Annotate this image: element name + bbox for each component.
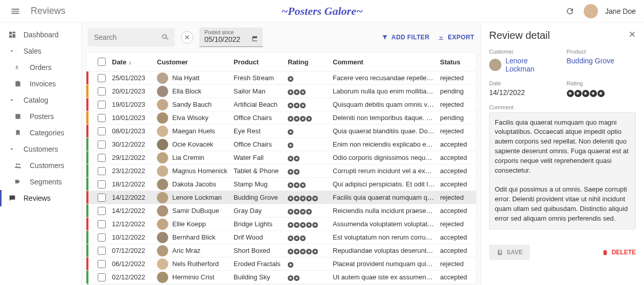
row-product: Building Sky [234,273,288,281]
star-icon: ★ [294,116,300,122]
user-avatar[interactable] [584,4,598,18]
row-checkbox[interactable] [98,87,106,96]
row-checkbox[interactable] [98,167,106,175]
sidebar: Dashboard Sales $Orders Invoices Catalog… [0,22,82,285]
row-checkbox[interactable] [98,180,106,188]
row-checkbox[interactable] [98,220,106,228]
close-detail-button[interactable] [628,30,637,39]
detail-rating: ★★★★★ [567,88,636,97]
nav-orders[interactable]: $Orders [0,59,81,76]
col-status[interactable]: Status [440,58,471,66]
row-comment: Assumenda voluptatem voluptate… [333,220,440,228]
table-row[interactable]: 25/01/2023Nia HyattFresh Stream★Facere v… [86,71,476,84]
table-row[interactable]: 10/01/2023Elva WisokyOffice Chairs★★★★De… [86,111,476,124]
star-icon: ★ [294,235,300,241]
nav-reviews[interactable]: Reviews [0,190,81,206]
row-checkbox[interactable] [98,114,106,122]
table-row[interactable]: 30/12/2022Ocie KovacekOffice Chairs★Enim… [86,137,476,151]
nav-catalog[interactable]: Catalog [0,92,81,108]
row-date: 10/12/2022 [112,233,157,241]
table-row[interactable]: 14/12/2022Lenore LockmanBudding Grove★★★… [86,191,476,204]
menu-button[interactable] [8,4,22,18]
col-comment[interactable]: Comment [333,58,440,66]
status-stripe [86,125,88,137]
posted-since-field[interactable]: Posted since 05/10/2022 [199,28,263,47]
detail-date-label: Date [489,80,559,86]
row-comment: Reiciendis nulla incidunt praesenti… [333,207,440,215]
row-checkbox[interactable] [98,74,106,82]
save-button[interactable]: SAVE [489,245,530,260]
nav-posters[interactable]: Posters [0,108,81,125]
row-comment: Odio corporis dignissimos neque q… [333,154,440,161]
table-row[interactable]: 23/12/2022Magnus HomenickTablet & Phone★… [86,164,476,177]
row-customer: Aric Mraz [172,247,200,254]
refresh-button[interactable] [563,5,577,18]
export-button[interactable]: EXPORT [438,34,474,41]
table-row[interactable]: 19/01/2023Sandy BauchArtificial Beach★★★… [86,98,476,111]
table-row[interactable]: 07/12/2022Aric MrazShort Boxed★★★★★Repud… [86,244,476,257]
table-row[interactable]: 10/12/2022Bernhard BlickDrif Wood★★★Est … [86,230,476,244]
row-checkbox[interactable] [98,127,106,135]
row-checkbox[interactable] [98,154,106,162]
table-row[interactable]: 12/12/2022Ellie KoeppBridge Lights★★★★★A… [86,217,476,230]
row-status: accepted [440,273,471,281]
row-product: Stamp Mug [234,180,288,188]
table-row[interactable]: 06/12/2022Nels RutherfordEroded Fractals… [86,257,476,270]
add-filter-button[interactable]: ADD FILTER [381,34,429,41]
status-stripe [86,138,88,151]
table-row[interactable]: 02/12/2022Herminio CristBuilding Sky★★Ut… [86,270,476,283]
row-status: accepted [440,247,471,254]
clear-filter-button[interactable] [181,31,193,43]
table-row[interactable]: 18/12/2022Dakota JacobsStamp Mug★★★Qui a… [86,177,476,191]
row-checkbox[interactable] [98,101,106,109]
nav-invoices[interactable]: Invoices [0,76,81,92]
star-icon: ★ [300,249,306,254]
row-checkbox[interactable] [98,140,106,149]
star-icon: ★ [306,116,312,122]
row-rating: ★ [288,76,293,82]
row-product: Budding Grove [234,194,288,201]
row-checkbox[interactable] [98,273,106,281]
nav-categories[interactable]: Categories [0,125,81,141]
detail-customer-link[interactable]: Lenore Lockman [505,57,559,73]
table-row[interactable]: 20/01/2023Ella BlockSailor Man★★★Laborum… [86,84,476,98]
detail-title: Review detail [489,30,636,41]
detail-product-link[interactable]: Budding Grove [567,57,636,65]
table-row[interactable]: 14/12/2022Samir DuBuqueGray Day★★★★Reici… [86,204,476,217]
delete-button[interactable]: DELETE [602,249,636,256]
nav-segments[interactable]: Segments [0,174,81,190]
row-avatar [157,99,168,110]
row-checkbox[interactable] [98,194,106,202]
nav-dashboard[interactable]: Dashboard [0,27,81,43]
row-avatar [157,219,168,230]
row-comment: Deleniti non temporibus itaque. Re… [333,114,440,122]
col-customer[interactable]: Customer [157,58,234,66]
star-icon: ★ [312,196,318,201]
row-status: accepted [440,154,471,161]
row-product: Water Fall [234,154,288,161]
detail-comment-textarea[interactable]: Facilis quia quaerat numquam quo magni v… [489,112,636,229]
row-checkbox[interactable] [98,207,106,215]
table-row[interactable]: 29/12/2022Lia CreminWater Fall★★Odio cor… [86,151,476,164]
nav-sales[interactable]: Sales [0,43,81,59]
row-rating: ★★ [288,156,300,161]
row-checkbox[interactable] [98,260,106,268]
table-row[interactable]: 08/01/2023Maegan HuelsEye Rest★Quia quae… [86,124,476,137]
row-customer: Ocie Kovacek [172,140,213,148]
row-status: accepted [440,180,471,188]
col-rating[interactable]: Rating [288,58,333,66]
star-icon: ★ [567,90,574,97]
row-checkbox[interactable] [98,233,106,242]
row-customer: Ellie Koepp [172,220,206,228]
row-comment: Est voluptatum non rerum corrupti … [333,233,440,241]
row-checkbox[interactable] [98,247,106,255]
col-date[interactable]: Date↓ [112,58,157,66]
nav-customers[interactable]: Customers [0,157,81,174]
star-icon: ★ [300,209,306,215]
row-customer: Dakota Jacobs [172,180,216,188]
nav-customers-group[interactable]: Customers [0,141,81,157]
select-all-checkbox[interactable] [98,58,106,66]
col-product[interactable]: Product [234,58,288,66]
search-field [88,28,175,46]
row-rating: ★★★★ [288,209,312,215]
